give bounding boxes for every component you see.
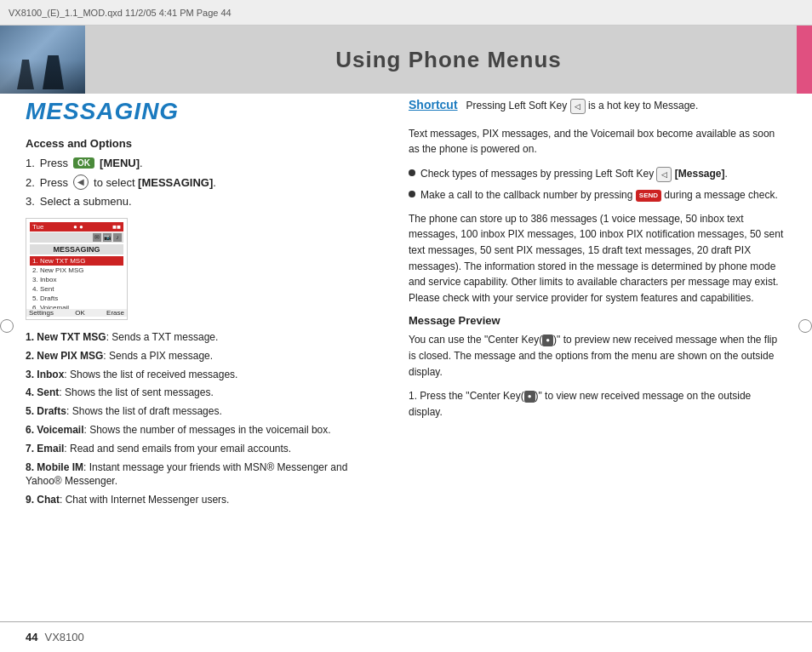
center-key-icon-2: ●	[524, 391, 535, 403]
phone-bottom-bar: Settings OK Erase	[26, 309, 127, 317]
feature-8: 8. Mobile IM: Instant message your frien…	[26, 460, 383, 489]
feature-4-desc: : Shows the list of sent messages.	[59, 386, 213, 398]
feature-2-num: 2. New PIX MSG	[26, 350, 103, 362]
phone-bottom-ok: OK	[75, 309, 85, 317]
phone-icon-2: 📷	[103, 233, 112, 242]
body-text-1: Text messages, PIX messages, and the Voi…	[409, 126, 786, 157]
feature-9: 9. Chat: Chat with Internet Messenger us…	[26, 493, 383, 507]
file-info: VX8100_(E)_1.1_MOD.qxd 11/2/05 4:41 PM P…	[9, 8, 232, 18]
access-options-title: Access and Options	[26, 137, 383, 150]
phone-status-icons: ● ●	[73, 223, 83, 231]
shortcut-section: Shortcut Pressing Left Soft Key ◁ is a h…	[409, 98, 786, 114]
phone-menu-item-4: 4. Sent	[30, 284, 123, 294]
step-3-text: Select a submenu.	[40, 195, 132, 208]
message-preview-title: Message Preview	[409, 314, 786, 327]
feature-5-desc: : Shows the list of draft messages.	[66, 405, 222, 417]
step-1-suffix: [MENU].	[100, 157, 143, 169]
footer: 44 VX8100	[0, 621, 812, 652]
step-3: 3. Select a submenu.	[26, 195, 383, 208]
feature-list: 1. New TXT MSG: Sends a TXT message. 2. …	[26, 330, 383, 507]
feature-1-desc: : Sends a TXT message.	[106, 331, 219, 343]
header-bar: VX8100_(E)_1.1_MOD.qxd 11/2/05 4:41 PM P…	[0, 0, 812, 26]
step-2-num: 2.	[26, 176, 35, 189]
phone-menu-item-5: 5. Drafts	[30, 294, 123, 303]
phone-icon-row: ✉ 📷 ♪	[30, 232, 123, 243]
page-number: 44	[26, 631, 37, 643]
step-2: 2. Press ◀ to select [MESSAGING].	[26, 174, 383, 190]
reg-mark-right	[798, 319, 812, 333]
message-preview-step: 1. Press the "Center Key(●)" to view new…	[409, 388, 786, 420]
phone-icon-1: ✉	[93, 233, 101, 242]
bullet-1-text: Check types of messages by pressing Left…	[420, 166, 728, 182]
figure-silhouette-2	[43, 55, 64, 89]
feature-6: 6. Voicemail: Shows the number of messag…	[26, 423, 383, 438]
phone-screenshot: Tue ● ● ■■ ✉ 📷 ♪ MESSAGING 1. New TXT MS…	[26, 218, 128, 320]
ok-button-icon: OK	[73, 157, 94, 169]
feature-2-desc: : Sends a PIX message.	[103, 350, 213, 362]
feature-5: 5. Drafts: Shows the list of draft messa…	[26, 404, 383, 419]
bullet-circle-1	[409, 169, 415, 176]
feature-4-num: 4. Sent	[26, 386, 59, 398]
feature-6-desc: : Shows the number of messages in the vo…	[83, 424, 330, 436]
left-column: MESSAGING Access and Options 1. Press OK…	[26, 98, 383, 618]
bullet-2-text: Make a call to the callback number by pr…	[420, 187, 778, 203]
phone-menu-item-2: 2. New PIX MSG	[30, 266, 123, 275]
feature-3-desc: : Shows the list of received messages.	[64, 369, 237, 380]
phone-bottom-settings: Settings	[29, 309, 54, 317]
step-1-text: Press	[40, 157, 68, 169]
phone-menu-item-1: 1. New TXT MSG	[30, 256, 123, 266]
feature-3: 3. Inbox: Shows the list of received mes…	[26, 368, 383, 382]
phone-status-signal: ■■	[112, 223, 121, 231]
feature-9-desc: : Chat with Internet Messenger users.	[60, 494, 229, 506]
step-2-suffix: to select [MESSAGING].	[94, 176, 216, 189]
steps-list: 1. Press OK [MENU]. 2. Press ◀ to select…	[26, 157, 383, 208]
feature-9-num: 9. Chat	[26, 494, 60, 506]
step-1-num: 1.	[26, 157, 35, 169]
messaging-heading: MESSAGING	[26, 98, 383, 125]
pink-accent-strip	[797, 26, 812, 94]
feature-1: 1. New TXT MSG: Sends a TXT message.	[26, 330, 383, 345]
feature-2: 2. New PIX MSG: Sends a PIX message.	[26, 349, 383, 363]
header-image	[0, 26, 85, 94]
feature-1-num: 1. New TXT MSG	[26, 331, 106, 343]
feature-7-num: 7. Email	[26, 443, 64, 455]
feature-3-num: 3. Inbox	[26, 369, 64, 380]
top-section: Using Phone Menus	[0, 26, 812, 94]
left-soft-key-icon-2: ◁	[656, 167, 672, 182]
bullet-2: Make a call to the callback number by pr…	[409, 187, 786, 203]
step-3-num: 3.	[26, 195, 35, 208]
message-preview-text-1: You can use the "Center Key(●)" to previ…	[409, 332, 786, 380]
phone-status-bar: Tue ● ● ■■	[30, 222, 123, 232]
figure-silhouette-1	[17, 60, 34, 89]
step-1: 1. Press OK [MENU].	[26, 157, 383, 169]
step-2-text: Press	[40, 176, 68, 189]
phone-bottom-erase: Erase	[106, 309, 124, 317]
shortcut-label: Shortcut	[409, 98, 458, 112]
feature-7-desc: : Read and send emails from your email a…	[64, 443, 291, 455]
feature-4: 4. Sent: Shows the list of sent messages…	[26, 386, 383, 400]
content-area: MESSAGING Access and Options 1. Press OK…	[26, 98, 786, 618]
left-soft-key-icon: ◁	[570, 99, 586, 114]
page-title: Using Phone Menus	[85, 47, 812, 73]
phone-icon-3: ♪	[113, 233, 122, 242]
feature-6-num: 6. Voicemail	[26, 424, 83, 436]
shortcut-description: Pressing Left Soft Key ◁ is a hot key to…	[466, 98, 699, 114]
reg-mark-left	[0, 319, 14, 333]
phone-status-day: Tue	[32, 223, 44, 231]
send-key-icon: SEND	[636, 190, 661, 202]
phone-messaging-label: MESSAGING	[30, 244, 123, 255]
body-text-2: The phone can store up to 386 messages (…	[409, 211, 786, 306]
right-column: Shortcut Pressing Left Soft Key ◁ is a h…	[409, 98, 786, 618]
bullet-circle-2	[409, 191, 415, 197]
product-name: VX8100	[44, 631, 83, 643]
phone-menu-item-3: 3. Inbox	[30, 275, 123, 284]
center-key-icon-1: ●	[542, 335, 553, 346]
feature-7: 7. Email: Read and send emails from your…	[26, 442, 383, 456]
feature-5-num: 5. Drafts	[26, 405, 66, 417]
bullet-list: Check types of messages by pressing Left…	[409, 166, 786, 203]
nav-icon: ◀	[73, 174, 89, 190]
bullet-1: Check types of messages by pressing Left…	[409, 166, 786, 182]
feature-8-num: 8. Mobile IM	[26, 461, 83, 473]
